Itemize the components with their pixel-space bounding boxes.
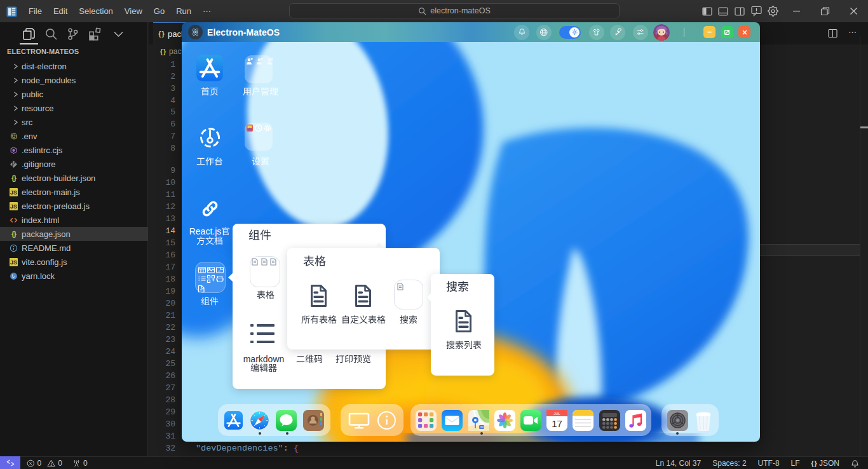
svg-text:17: 17 — [552, 418, 562, 429]
svg-text:280: 280 — [479, 425, 484, 428]
svg-text:JUL: JUL — [553, 411, 560, 415]
